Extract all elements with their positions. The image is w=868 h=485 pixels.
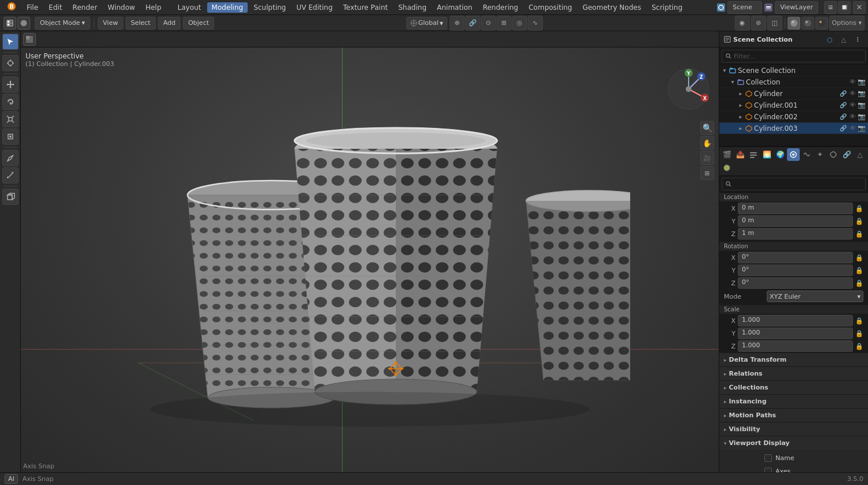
cursor-tool[interactable] (2, 55, 19, 71)
transform-tool[interactable] (2, 128, 19, 145)
rot-y-input[interactable]: 0° (738, 264, 853, 276)
workspace-rendering[interactable]: Rendering (478, 2, 523, 13)
scene-selector[interactable]: Scene (727, 1, 762, 14)
props-search-input[interactable] (722, 178, 866, 190)
measure-tool[interactable] (2, 167, 19, 183)
collections-header[interactable]: ▸ Collections (719, 381, 868, 394)
loc-x-input[interactable]: 0 m (738, 203, 853, 214)
close-icon[interactable]: ✕ (853, 1, 866, 14)
outliner-filter-object[interactable]: ○ (824, 34, 836, 45)
object-mode-icon[interactable] (17, 17, 30, 30)
blender-logo-menu[interactable]: B (2, 1, 21, 14)
scale-y-input[interactable]: 1.000 (738, 328, 853, 339)
viewport-gizmo-toggle[interactable]: ◉ (735, 16, 750, 31)
visibility-header[interactable]: ▸ Visibility (719, 422, 868, 436)
rot-y-lock[interactable]: 🔒 (855, 267, 863, 274)
view-menu[interactable]: View (98, 17, 123, 30)
vis-toggle-cyl002[interactable]: 🔗 (839, 113, 847, 121)
loc-y-lock[interactable]: 🔒 (855, 218, 863, 225)
scene-tree-arrow[interactable]: ▾ (722, 68, 727, 74)
cyl003-tree-arrow[interactable]: ▸ (738, 126, 744, 131)
props-tab-particles[interactable]: ✦ (814, 148, 826, 161)
loc-y-input[interactable]: 0 m (738, 215, 853, 227)
mirror-snap[interactable]: ◎ (512, 16, 527, 31)
3d-viewport[interactable]: User Perspective (1) Collection | Cylind… (21, 31, 719, 472)
render-cyl001[interactable]: 📷 (858, 101, 866, 109)
help-menu[interactable]: Help (141, 2, 165, 13)
scale-z-lock[interactable]: 🔒 (855, 343, 863, 350)
motion-paths-header[interactable]: ▸ Motion Paths (719, 409, 868, 422)
workspace-modeling[interactable]: Modeling (207, 2, 248, 13)
props-tab-render[interactable]: 🎬 (720, 148, 733, 161)
snap-toggle[interactable]: 🔗 (465, 16, 480, 31)
scene-collection-item[interactable]: ▾ Scene Collection (719, 65, 868, 76)
scale-tool[interactable] (2, 111, 19, 127)
add-menu[interactable]: Add (158, 17, 181, 30)
rot-x-input[interactable]: 0° (738, 252, 853, 263)
solid-shading[interactable] (788, 17, 800, 30)
cyl-tree-arrow[interactable]: ▸ (738, 91, 744, 97)
scale-z-input[interactable]: 1.000 (738, 340, 853, 352)
rot-z-input[interactable]: 0° (738, 277, 853, 289)
vis-eye-cyl003[interactable]: 👁 (848, 124, 856, 133)
vis-toggle-cyl[interactable]: 🔗 (839, 90, 847, 98)
scale-x-lock[interactable]: 🔒 (855, 317, 863, 325)
workspace-texture-paint[interactable]: Texture Paint (339, 2, 392, 13)
props-tab-scene[interactable]: 🌅 (760, 148, 773, 161)
vis-toggle-cyl001[interactable]: 🔗 (839, 101, 847, 109)
show-axes-checkbox[interactable] (764, 468, 772, 473)
collection-item[interactable]: ▾ Collection 👁 📷 (719, 76, 868, 88)
render-cyl003[interactable]: 📷 (858, 124, 866, 133)
cyl001-tree-arrow[interactable]: ▸ (738, 102, 744, 108)
material-preview[interactable] (801, 17, 814, 30)
eevee-icon[interactable]: 🖥 (824, 1, 837, 14)
workspace-animation[interactable]: Animation (432, 2, 477, 13)
add-cube-tool[interactable] (2, 189, 19, 205)
curve-icon[interactable]: ∿ (528, 16, 543, 31)
workspace-compositing[interactable]: Compositing (524, 2, 576, 13)
vis-toggle-col[interactable]: 👁 (848, 78, 856, 86)
rotation-mode-select[interactable]: XYZ Euler ▾ (767, 291, 863, 302)
props-tab-objectdata[interactable]: △ (854, 148, 866, 161)
workspace-shading[interactable]: Shading (393, 2, 431, 13)
rotate-tool[interactable] (2, 94, 19, 110)
render-menu[interactable]: Render (68, 2, 102, 13)
workspace-sculpting[interactable]: Sculpting (249, 2, 290, 13)
transform-space[interactable]: Global ▾ (406, 17, 447, 30)
cylinder002-item[interactable]: ▸ Cylinder.002 🔗 👁 📷 (719, 111, 868, 123)
loc-x-lock[interactable]: 🔒 (855, 205, 863, 212)
props-tab-output[interactable]: 📤 (734, 148, 746, 161)
props-tab-physics[interactable] (827, 148, 840, 161)
snap-icon[interactable]: ⊞ (496, 16, 512, 31)
props-tab-constraints[interactable]: 🔗 (840, 148, 853, 161)
props-tab-viewlayer[interactable] (747, 148, 760, 161)
outliner-search-input[interactable]: Filter... (722, 50, 866, 63)
viewport-display-header[interactable]: ▾ Viewport Display (719, 436, 868, 450)
cylinder-item[interactable]: ▸ Cylinder 🔗 👁 📷 (719, 88, 868, 100)
delta-transform-header[interactable]: ▸ Delta Transform (719, 353, 868, 366)
workbench-icon[interactable]: 🔲 (838, 1, 851, 14)
pivot-point-icon[interactable]: ⊕ (450, 16, 465, 31)
props-tab-world[interactable]: 🌍 (774, 148, 786, 161)
props-tab-object[interactable] (787, 148, 800, 161)
proportional-edit[interactable]: ⊙ (481, 16, 496, 31)
workspace-geo-nodes[interactable]: Geometry Nodes (578, 2, 646, 13)
render-cyl[interactable]: 📷 (858, 90, 866, 98)
select-menu[interactable]: Select (126, 17, 156, 30)
workspace-uv-editing[interactable]: UV Editing (292, 2, 337, 13)
viewport-type-icon[interactable] (23, 33, 36, 46)
props-tab-modifiers[interactable] (800, 148, 813, 161)
vis-eye-cyl001[interactable]: 👁 (848, 101, 856, 109)
instancing-header[interactable]: ▸ Instancing (719, 395, 868, 408)
viewport-shading-icon[interactable] (3, 17, 16, 30)
move-tool[interactable] (2, 76, 19, 93)
file-menu[interactable]: File (22, 2, 43, 13)
outliner-options-btn[interactable]: ⋮ (852, 34, 863, 45)
object-menu[interactable]: Object (183, 17, 214, 30)
view-layer-selector[interactable]: ViewLayer (775, 1, 818, 14)
workspace-layout[interactable]: Layout (173, 2, 206, 13)
props-tab-material[interactable] (720, 161, 733, 174)
cyl002-tree-arrow[interactable]: ▸ (738, 114, 744, 120)
loc-z-lock[interactable]: 🔒 (855, 230, 863, 238)
render-cyl002[interactable]: 📷 (858, 113, 866, 121)
